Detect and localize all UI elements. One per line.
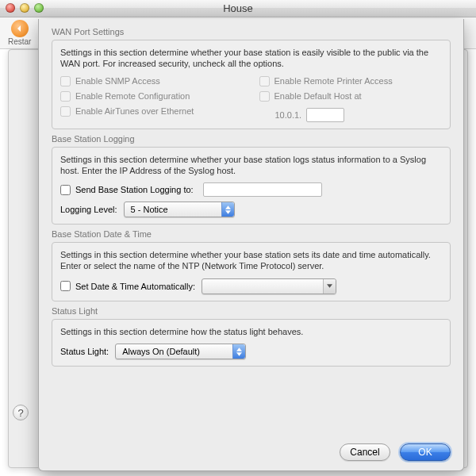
datetime-desc: Settings in this section determine wheth… bbox=[60, 249, 442, 272]
back-arrow-icon bbox=[11, 20, 29, 37]
statuslight-popup[interactable]: Always On (Default) bbox=[115, 344, 246, 359]
enable-snmp-input[interactable] bbox=[60, 76, 71, 86]
window-controls bbox=[6, 3, 44, 13]
statuslight-row: Status Light: Always On (Default) bbox=[60, 344, 442, 359]
syslog-host-field[interactable] bbox=[203, 182, 322, 197]
enable-default-host-input[interactable] bbox=[259, 91, 270, 102]
default-host-ip-row: 10.0.1. bbox=[259, 108, 443, 122]
sheet-footer: Cancel OK bbox=[52, 436, 451, 461]
default-host-ip-field[interactable] bbox=[306, 108, 344, 122]
set-datetime-auto-checkbox[interactable]: Set Date & Time Automatically: bbox=[60, 281, 195, 291]
logging-level-popup[interactable]: 5 - Notice bbox=[124, 202, 235, 217]
logging-level-row: Logging Level: 5 - Notice bbox=[60, 202, 442, 217]
logging-level-label: Logging Level: bbox=[60, 205, 117, 214]
send-logging-checkbox[interactable]: Send Base Station Logging to: bbox=[60, 182, 442, 197]
back-button[interactable]: Restar bbox=[8, 20, 31, 46]
combo-chevron-icon bbox=[323, 279, 336, 294]
wan-section: WAN Port Settings Settings in this secti… bbox=[52, 27, 451, 129]
statuslight-section: Status Light Settings in this section de… bbox=[52, 306, 451, 367]
ok-button[interactable]: OK bbox=[400, 443, 451, 461]
datetime-box: Settings in this section determine wheth… bbox=[52, 242, 451, 301]
enable-default-host-checkbox[interactable]: Enable Default Host at bbox=[259, 91, 443, 102]
zoom-window-button[interactable] bbox=[34, 3, 44, 13]
enable-snmp-checkbox[interactable]: Enable SNMP Access bbox=[60, 76, 244, 86]
cancel-button-label: Cancel bbox=[350, 447, 379, 458]
titlebar: House bbox=[0, 0, 476, 17]
logging-desc: Settings in this section determine wheth… bbox=[60, 154, 442, 177]
help-icon: ? bbox=[17, 407, 23, 419]
wan-title: WAN Port Settings bbox=[52, 27, 451, 36]
statuslight-desc: Settings in this section determine how t… bbox=[60, 326, 442, 337]
default-host-ip-prefix: 10.0.1. bbox=[275, 110, 302, 120]
enable-default-host-label: Enable Default Host at bbox=[274, 91, 362, 101]
statuslight-label: Status Light: bbox=[60, 347, 109, 356]
logging-section: Base Station Logging Settings in this se… bbox=[52, 134, 451, 225]
popup-stepper-icon bbox=[232, 344, 245, 359]
datetime-title: Base Station Date & Time bbox=[52, 229, 451, 239]
help-button[interactable]: ? bbox=[13, 405, 29, 420]
enable-remote-config-label: Enable Remote Configuration bbox=[75, 91, 190, 101]
logging-title: Base Station Logging bbox=[52, 134, 451, 144]
enable-remote-printer-label: Enable Remote Printer Access bbox=[274, 76, 393, 86]
logging-box: Settings in this section determine wheth… bbox=[52, 147, 451, 225]
enable-remote-printer-checkbox[interactable]: Enable Remote Printer Access bbox=[259, 76, 443, 86]
ok-button-label: OK bbox=[418, 447, 432, 458]
wan-box: Settings in this section determine wheth… bbox=[52, 40, 451, 129]
window-title: House bbox=[223, 2, 253, 14]
datetime-section: Base Station Date & Time Settings in thi… bbox=[52, 229, 451, 301]
enable-remote-printer-input[interactable] bbox=[259, 76, 270, 86]
enable-airtunes-label: Enable AirTunes over Ethernet bbox=[75, 106, 194, 116]
enable-airtunes-input[interactable] bbox=[60, 106, 71, 117]
logging-level-value: 5 - Notice bbox=[131, 205, 176, 214]
send-logging-input[interactable] bbox=[60, 185, 71, 195]
minimize-window-button[interactable] bbox=[20, 3, 29, 13]
statuslight-title: Status Light bbox=[52, 306, 451, 316]
wan-desc: Settings in this section determine wheth… bbox=[60, 47, 442, 70]
close-window-button[interactable] bbox=[6, 3, 15, 13]
enable-remote-config-checkbox[interactable]: Enable Remote Configuration bbox=[60, 91, 244, 102]
send-logging-label: Send Base Station Logging to: bbox=[75, 185, 194, 194]
ntp-server-combo[interactable] bbox=[202, 278, 336, 294]
statuslight-box: Settings in this section determine how t… bbox=[52, 319, 451, 367]
statuslight-value: Always On (Default) bbox=[122, 347, 208, 356]
settings-sheet: WAN Port Settings Settings in this secti… bbox=[38, 19, 464, 471]
popup-stepper-icon bbox=[221, 202, 234, 217]
enable-remote-config-input[interactable] bbox=[60, 91, 71, 102]
cancel-button[interactable]: Cancel bbox=[340, 443, 390, 461]
enable-snmp-label: Enable SNMP Access bbox=[75, 76, 160, 86]
set-datetime-auto-input[interactable] bbox=[60, 281, 71, 291]
set-datetime-auto-label: Set Date & Time Automatically: bbox=[75, 282, 195, 291]
content-area: Restar ? WAN Port Settings Settings in t… bbox=[0, 17, 476, 476]
enable-airtunes-checkbox[interactable]: Enable AirTunes over Ethernet bbox=[60, 106, 244, 117]
back-button-label: Restar bbox=[8, 37, 31, 46]
